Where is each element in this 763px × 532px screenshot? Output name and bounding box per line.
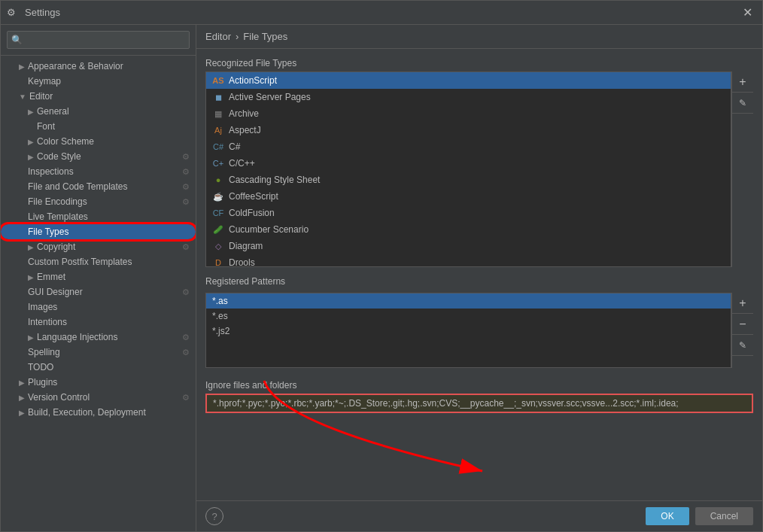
file-type-item[interactable]: AS ActionScript xyxy=(206,72,731,89)
edit-file-type-button[interactable]: ✎ xyxy=(732,93,753,114)
recognized-file-types-list[interactable]: AS ActionScript ◼ Active Server Pages ▦ … xyxy=(205,71,731,267)
sidebar-item-font[interactable]: Font xyxy=(1,119,196,134)
sidebar-item-color-scheme[interactable]: ▶ Color Scheme xyxy=(1,134,196,149)
file-type-item[interactable]: ☕ CoffeeScript xyxy=(206,188,731,205)
expand-arrow: ▶ xyxy=(19,378,25,387)
window-title: Settings xyxy=(25,7,738,18)
sidebar-item-inspections[interactable]: Inspections ⚙ xyxy=(1,164,196,179)
sidebar-item-file-types[interactable]: File Types xyxy=(1,224,196,239)
file-type-name: Cascading Style Sheet xyxy=(229,175,320,185)
sidebar-item-label: Code Style xyxy=(37,151,81,162)
sidebar-item-keymap[interactable]: Keymap xyxy=(1,74,196,89)
file-type-item[interactable]: 🥒 Cucumber Scenario xyxy=(206,221,731,238)
file-type-item[interactable]: ◼ Active Server Pages xyxy=(206,89,731,105)
titlebar: ⚙ Settings ✕ xyxy=(1,1,762,25)
file-type-name: AspectJ xyxy=(229,125,261,135)
file-type-name: C# xyxy=(229,141,240,152)
sidebar-item-general[interactable]: ▶ General xyxy=(1,104,196,119)
sidebar-item-label: Version Control xyxy=(28,392,90,403)
gear-icon: ⚙ xyxy=(182,393,190,403)
file-type-icon: ◼ xyxy=(212,91,224,103)
gear-icon: ⚙ xyxy=(182,242,190,252)
patterns-buttons: + − ✎ xyxy=(731,293,753,368)
main-content-area: Editor › File Types Recognized File Type… xyxy=(196,25,762,531)
file-type-icon: Aj xyxy=(212,124,224,136)
expand-arrow: ▶ xyxy=(19,62,25,71)
sidebar-item-version-control[interactable]: ▶ Version Control ⚙ xyxy=(1,390,196,405)
file-type-item[interactable]: C+ C/C++ xyxy=(206,155,731,172)
ignore-section: Ignore files and folders xyxy=(205,380,753,413)
sidebar-item-label: Build, Execution, Deployment xyxy=(28,407,146,418)
expand-arrow: ▼ xyxy=(19,93,26,101)
gear-icon: ⚙ xyxy=(182,333,190,342)
sidebar-item-label: Font xyxy=(37,121,55,132)
search-input[interactable] xyxy=(7,31,190,49)
sidebar-item-plugins[interactable]: ▶ Plugins xyxy=(1,375,196,390)
registered-patterns-section: Registered Patterns *.as *.es *.j xyxy=(205,276,753,368)
registered-patterns-list[interactable]: *.as *.es *.js2 xyxy=(205,293,731,368)
file-type-item[interactable]: ▦ Archive xyxy=(206,105,731,122)
sidebar-item-appearance[interactable]: ▶ Appearance & Behavior xyxy=(1,59,196,74)
add-file-type-button[interactable]: + xyxy=(732,71,753,93)
file-type-icon: D xyxy=(212,257,224,267)
sidebar-item-custom-postfix[interactable]: Custom Postfix Templates xyxy=(1,254,196,269)
help-button[interactable]: ? xyxy=(205,507,223,525)
sidebar-item-label: Custom Postfix Templates xyxy=(28,257,132,267)
gear-icon: ⚙ xyxy=(182,182,190,192)
sidebar-item-intentions[interactable]: Intentions xyxy=(1,315,196,330)
edit-pattern-button[interactable]: ✎ xyxy=(732,335,753,356)
cancel-button[interactable]: Cancel xyxy=(695,507,753,525)
file-type-name: Cucumber Scenario xyxy=(229,224,309,235)
ignore-input[interactable] xyxy=(205,394,753,413)
ignore-label: Ignore files and folders xyxy=(205,380,753,391)
settings-window: ⚙ Settings ✕ 🔍 ▶ Appearance & Behavior xyxy=(0,0,763,532)
sidebar-item-gui-designer[interactable]: GUI Designer ⚙ xyxy=(1,284,196,299)
file-type-icon: 🥒 xyxy=(212,223,224,236)
sidebar-item-spelling[interactable]: Spelling ⚙ xyxy=(1,345,196,360)
registered-patterns-label: Registered Patterns xyxy=(205,276,753,287)
file-type-icon: ● xyxy=(212,174,224,186)
main-panel: Editor › File Types Recognized File Type… xyxy=(196,25,762,531)
pattern-item[interactable]: *.as xyxy=(206,293,731,309)
breadcrumb: Editor › File Types xyxy=(196,25,762,49)
close-button[interactable]: ✕ xyxy=(738,4,756,22)
gear-icon: ⚙ xyxy=(182,287,190,297)
sidebar-item-label: Plugins xyxy=(28,377,57,388)
pattern-item[interactable]: *.es xyxy=(206,309,731,324)
sidebar-item-emmet[interactable]: ▶ Emmet xyxy=(1,269,196,284)
file-type-item[interactable]: CF ColdFusion xyxy=(206,205,731,221)
file-type-icon: ☕ xyxy=(212,190,224,202)
file-type-item[interactable]: Aj AspectJ xyxy=(206,122,731,138)
file-type-item[interactable]: D Drools xyxy=(206,254,731,267)
expand-arrow: ▶ xyxy=(28,153,34,161)
expand-arrow: ▶ xyxy=(28,273,34,281)
file-type-icon: C+ xyxy=(212,157,224,169)
sidebar-item-label: Color Scheme xyxy=(37,136,94,147)
file-type-name: Diagram xyxy=(229,241,263,251)
ok-button[interactable]: OK xyxy=(646,507,689,525)
pattern-item[interactable]: *.js2 xyxy=(206,324,731,339)
sidebar-item-file-encodings[interactable]: File Encodings ⚙ xyxy=(1,194,196,209)
sidebar-item-label: File and Code Templates xyxy=(28,181,128,192)
gear-icon: ⚙ xyxy=(182,167,190,177)
remove-pattern-button[interactable]: − xyxy=(732,314,753,335)
sidebar-item-label: General xyxy=(37,106,69,117)
file-type-icon: CF xyxy=(212,207,224,219)
add-pattern-button[interactable]: + xyxy=(732,293,753,314)
file-type-item[interactable]: ● Cascading Style Sheet xyxy=(206,172,731,188)
file-type-item[interactable]: ◇ Diagram xyxy=(206,238,731,254)
sidebar-item-todo[interactable]: TODO xyxy=(1,360,196,375)
file-type-item[interactable]: C# C# xyxy=(206,138,731,155)
sidebar-item-file-code-templates[interactable]: File and Code Templates ⚙ xyxy=(1,179,196,194)
sidebar-item-language-injections[interactable]: ▶ Language Injections ⚙ xyxy=(1,330,196,345)
sidebar-item-code-style[interactable]: ▶ Code Style ⚙ xyxy=(1,149,196,164)
sidebar-item-editor[interactable]: ▼ Editor xyxy=(1,89,196,104)
sidebar-item-images[interactable]: Images xyxy=(1,299,196,315)
sidebar-item-live-templates[interactable]: Live Templates xyxy=(1,209,196,224)
sidebar-item-copyright[interactable]: ▶ Copyright ⚙ xyxy=(1,239,196,254)
sidebar-item-build-exec[interactable]: ▶ Build, Execution, Deployment xyxy=(1,405,196,420)
sidebar-item-label: Keymap xyxy=(28,76,61,87)
file-type-name: Drools xyxy=(229,257,255,267)
main-layout: 🔍 ▶ Appearance & Behavior Keymap ▼ Edito… xyxy=(1,25,762,531)
sidebar: 🔍 ▶ Appearance & Behavior Keymap ▼ Edito… xyxy=(1,25,196,531)
